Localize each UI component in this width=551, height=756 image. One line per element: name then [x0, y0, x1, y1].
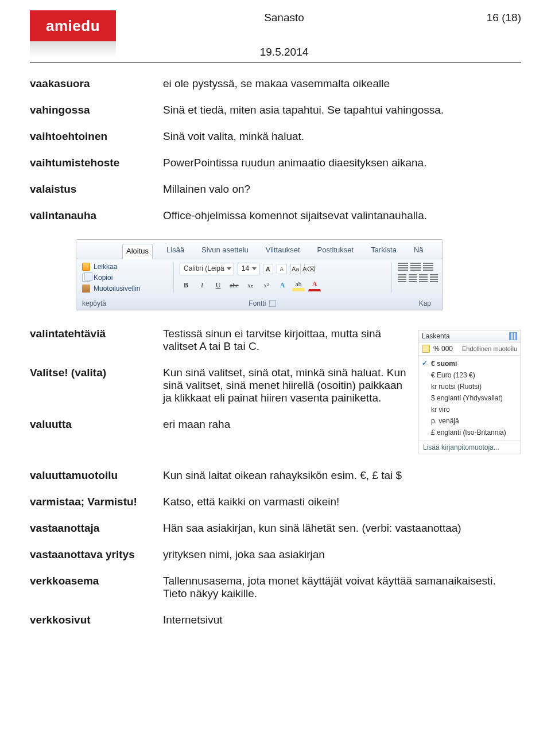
term: verkkoasema	[30, 575, 163, 587]
term: Valitse! (valita)	[30, 367, 163, 379]
font-name-select[interactable]: Calibri (Leipä	[180, 263, 234, 275]
definitions-group-3: valuuttamuotoilu Kun sinä laitat oikean …	[30, 469, 521, 626]
text-effects-button[interactable]: A	[276, 279, 289, 291]
subscript-button[interactable]: x₂	[244, 279, 257, 291]
doc-date: 19.5.2014	[116, 46, 452, 59]
page-header: amiedu Sanasto 19.5.2014 16 (18)	[30, 10, 521, 59]
tab-viittaukset[interactable]: Viittaukset	[262, 243, 304, 259]
dropdown-title: Laskenta	[422, 332, 450, 340]
change-case-button[interactable]: Aa	[290, 264, 301, 274]
definitions-group-1: vaakasuora ei ole pystyssä, se makaa vas…	[30, 77, 521, 222]
font-color-button[interactable]: A	[308, 279, 321, 291]
term: valintatehtäviä	[30, 328, 163, 340]
bullets-icon[interactable]	[398, 263, 408, 271]
grow-font-button[interactable]: A	[263, 264, 273, 274]
align-right-icon[interactable]	[419, 274, 428, 282]
definitions-group-2: valintatehtäviä Testissä sinun ei tarvit…	[30, 328, 409, 431]
tab-tarkista[interactable]: Tarkista	[367, 243, 400, 259]
italic-button[interactable]: I	[196, 279, 208, 291]
def-row: vahingossa Sinä et tiedä, miten asia tap…	[30, 104, 521, 116]
term: valuutta	[30, 418, 163, 431]
dropdown-footer[interactable]: Lisää kirjanpitomuotoja...	[418, 441, 521, 454]
scissors-icon	[82, 263, 90, 271]
dropdown-item[interactable]: € suomi	[418, 358, 521, 369]
dropdown-item[interactable]: kr viro	[418, 404, 521, 415]
definition: Kun sinä valitset, sinä otat, minkä sinä…	[163, 367, 409, 404]
painter-label: Muotoilusivellin	[94, 285, 140, 293]
shrink-font-button[interactable]: A	[277, 264, 287, 274]
font-name-value: Calibri (Leipä	[184, 264, 224, 272]
chevron-down-icon	[227, 267, 231, 270]
superscript-button[interactable]: x²	[260, 279, 273, 291]
tab-postitukset[interactable]: Postitukset	[314, 243, 358, 259]
tab-sivun-asettelu[interactable]: Sivun asettelu	[198, 243, 252, 259]
term: vaakasuora	[30, 77, 163, 90]
paragraph-group-label: Kap	[419, 299, 431, 307]
term: vaihtoehtoinen	[30, 130, 163, 143]
currency-icon	[422, 345, 430, 353]
copy-button[interactable]: Kopioi	[82, 274, 169, 282]
definition: Testissä sinun ei tarvitse kirjoittaa, m…	[163, 328, 409, 353]
font-size-value: 14	[242, 264, 249, 272]
dropdown-item[interactable]: € Euro (123 €)	[418, 369, 521, 381]
definition: Internetsivut	[163, 614, 521, 626]
def-row: valuuttamuotoilu Kun sinä laitat oikean …	[30, 469, 521, 482]
def-row: vaakasuora ei ole pystyssä, se makaa vas…	[30, 77, 521, 90]
logo-block: amiedu	[30, 10, 116, 57]
term: varmistaa; Varmistu!	[30, 496, 163, 508]
dropdown-item[interactable]: £ englanti (Iso-Britannia)	[418, 427, 521, 438]
term: vastaanottaja	[30, 522, 163, 535]
dropdown-item[interactable]: $ englanti (Yhdysvallat)	[418, 392, 521, 404]
tab-nakyma[interactable]: Nä	[410, 243, 427, 259]
ribbon-tabs: Aloitus Lisää Sivun asettelu Viittaukset…	[76, 240, 443, 259]
header-divider	[30, 62, 521, 63]
dropdown-item[interactable]: p. venäjä	[418, 415, 521, 427]
multilevel-icon[interactable]	[423, 263, 433, 271]
def-row: vastaanottava yritys yrityksen nimi, jok…	[30, 548, 521, 561]
font-group-label: Fontti	[249, 299, 266, 307]
strikethrough-button[interactable]: abc	[228, 279, 240, 291]
def-row: valintanauha Office-ohjelmissa komennot …	[30, 209, 521, 222]
term: valaistus	[30, 183, 163, 196]
definition: Sinä voit valita, minkä haluat.	[163, 130, 521, 143]
dropdown-sub-text: % 000	[433, 345, 453, 353]
align-left-icon[interactable]	[398, 274, 406, 282]
definition: Hän saa asiakirjan, kun sinä lähetät sen…	[163, 522, 521, 535]
cut-label: Leikkaa	[94, 263, 117, 271]
tab-lisaa[interactable]: Lisää	[163, 243, 188, 259]
align-center-icon[interactable]	[409, 274, 417, 282]
clear-formatting-button[interactable]: A⌫	[304, 264, 315, 274]
font-size-select[interactable]: 14	[238, 263, 259, 275]
cut-button[interactable]: Leikkaa	[82, 263, 169, 271]
table-icon	[509, 332, 517, 340]
term: verkkosivut	[30, 614, 163, 626]
format-painter-button[interactable]: Muotoilusivellin	[82, 285, 169, 293]
definition: Tallennusasema, jota monet käyttäjät voi…	[163, 575, 521, 600]
highlight-button[interactable]: ab	[292, 279, 305, 291]
definition: PowerPointissa ruudun animaatio diaesity…	[163, 157, 521, 169]
underline-button[interactable]: U	[212, 279, 224, 291]
expand-icon[interactable]	[269, 300, 276, 307]
def-row: valuutta eri maan raha	[30, 418, 409, 431]
font-top-row: Calibri (Leipä 14 A A Aa A⌫	[180, 263, 386, 275]
doc-title: Sanasto	[116, 11, 452, 24]
dropdown-header: Laskenta	[418, 330, 521, 342]
font-group: Calibri (Leipä 14 A A Aa A⌫ B I U	[174, 263, 392, 293]
font-bottom-row: B I U abc x₂ x² A ab A	[180, 279, 386, 291]
tab-aloitus[interactable]: Aloitus	[122, 244, 153, 259]
bold-button[interactable]: B	[180, 279, 192, 291]
def-row: varmistaa; Varmistu! Katso, että kaikki …	[30, 496, 521, 508]
numbering-icon[interactable]	[410, 263, 421, 271]
term: vastaanottava yritys	[30, 548, 163, 561]
copy-icon	[82, 274, 90, 282]
definition: Sinä et tiedä, miten asia tapahtui. Se t…	[163, 104, 521, 116]
term: vahingossa	[30, 104, 163, 116]
def-row: verkkosivut Internetsivut	[30, 614, 521, 626]
def-row: valintatehtäviä Testissä sinun ei tarvit…	[30, 328, 409, 353]
dropdown-item[interactable]: kr ruotsi (Ruotsi)	[418, 381, 521, 392]
dropdown-subheader: % 000 Ehdollinen muotoilu	[418, 342, 521, 356]
align-justify-icon[interactable]	[430, 274, 439, 282]
definition: Office-ohjelmissa komennot sijaitsevat v…	[163, 209, 521, 222]
definitions-group-2-wrap: valintatehtäviä Testissä sinun ei tarvit…	[30, 328, 521, 454]
logo-shadow	[30, 41, 116, 57]
